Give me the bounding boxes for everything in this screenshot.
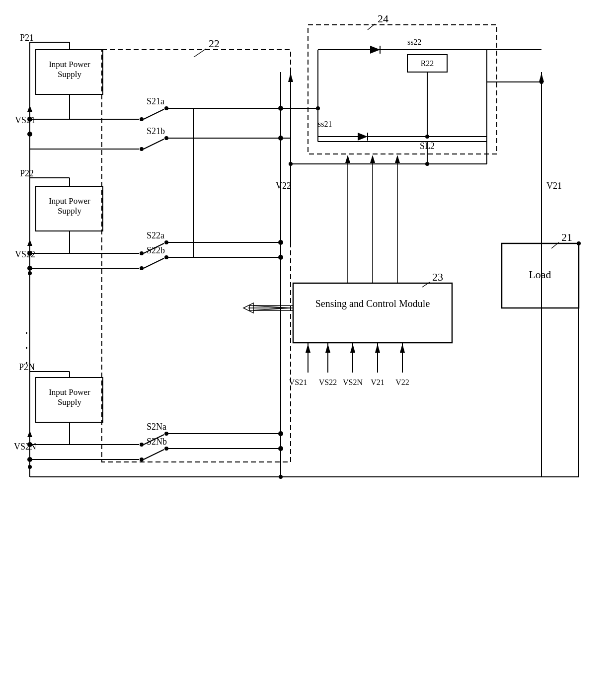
vs22-bottom-label: VS22	[319, 378, 337, 386]
svg-point-58	[140, 251, 144, 255]
vs2N-label: VS2N	[14, 442, 36, 452]
svg-point-90	[278, 255, 283, 260]
svg-point-68	[140, 443, 144, 447]
diagram: 22 24 23 Sensing and Control Module 21 L…	[0, 0, 616, 686]
ss21-label: ss21	[318, 120, 332, 128]
ellipsis-label3: ·	[25, 355, 28, 371]
svg-point-164	[28, 271, 32, 275]
s21a-label: S21a	[147, 96, 164, 106]
svg-point-87	[278, 106, 283, 111]
ss22-label: ss22	[407, 38, 421, 46]
svg-point-60	[164, 240, 168, 244]
svg-marker-145	[325, 344, 330, 353]
svg-point-55	[164, 136, 168, 140]
svg-point-91	[278, 431, 283, 436]
ellipsis-label2: ·	[25, 340, 28, 356]
svg-point-92	[278, 446, 283, 451]
ips1-label2: Supply	[58, 70, 82, 79]
svg-marker-97	[288, 73, 293, 82]
label-22: 22	[209, 37, 220, 50]
v22-bottom-label: V22	[395, 378, 409, 386]
vs22-label: VS22	[15, 249, 35, 259]
svg-point-163	[28, 132, 32, 136]
sensing-module-label: Sensing and Control Module	[315, 298, 430, 309]
vs21-bottom-label: VS21	[289, 378, 307, 386]
svg-marker-154	[400, 344, 405, 353]
svg-point-157	[539, 80, 543, 84]
load-label: Load	[529, 268, 551, 281]
svg-rect-0	[102, 50, 291, 462]
svg-line-54	[144, 139, 164, 149]
svg-point-161	[425, 162, 429, 166]
ipsN-label2: Supply	[58, 397, 82, 407]
svg-marker-110	[358, 133, 368, 141]
label-23: 23	[432, 271, 443, 283]
s2Na-label: S2Na	[147, 422, 166, 432]
svg-point-53	[140, 147, 144, 151]
svg-point-63	[140, 266, 144, 270]
v21-bottom-label: V21	[371, 378, 385, 386]
s2Nb-label: S2Nb	[147, 437, 167, 447]
svg-line-49	[144, 109, 164, 119]
v21-label: V21	[546, 181, 562, 191]
svg-point-89	[278, 240, 283, 245]
svg-point-73	[140, 457, 144, 461]
vs2N-bottom-label: VS2N	[343, 378, 363, 386]
svg-marker-124	[370, 155, 375, 163]
svg-line-74	[144, 450, 164, 459]
svg-marker-105	[370, 46, 380, 54]
svg-point-114	[425, 135, 429, 139]
s21b-label: S21b	[147, 126, 165, 136]
label-24: 24	[378, 12, 388, 25]
ips1-label: Input Power	[49, 60, 90, 69]
svg-marker-142	[306, 344, 310, 353]
svg-marker-122	[345, 155, 350, 163]
vs21-label: VS21	[15, 115, 35, 125]
svg-point-48	[140, 117, 144, 121]
svg-marker-148	[350, 344, 355, 353]
svg-marker-14	[27, 105, 32, 112]
r22-label: R22	[421, 59, 434, 68]
p22-label: P22	[20, 168, 34, 178]
svg-line-64	[144, 258, 164, 268]
s22b-label: S22b	[147, 245, 165, 255]
ipsN-label: Input Power	[49, 387, 90, 397]
svg-rect-4	[293, 283, 452, 343]
svg-point-50	[164, 106, 168, 110]
ips2-label: Input Power	[49, 196, 90, 206]
ips2-label2: Supply	[58, 206, 82, 216]
p21-label: P21	[20, 33, 34, 43]
svg-rect-2	[308, 25, 497, 154]
svg-point-160	[289, 162, 293, 166]
svg-point-75	[164, 447, 168, 451]
v22-label: V22	[276, 181, 291, 191]
svg-line-3	[368, 24, 375, 30]
svg-point-70	[164, 432, 168, 436]
label-21: 21	[561, 231, 572, 243]
svg-marker-151	[375, 344, 380, 353]
svg-point-165	[28, 465, 32, 469]
s22a-label: S22a	[147, 230, 164, 240]
svg-marker-126	[395, 155, 400, 163]
ellipsis-label: ·	[25, 325, 28, 341]
svg-point-65	[164, 255, 168, 259]
